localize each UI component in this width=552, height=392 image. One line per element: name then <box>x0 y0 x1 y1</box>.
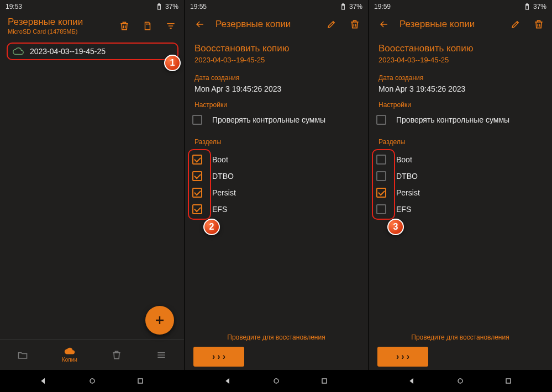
partition-row[interactable]: Persist <box>376 184 542 201</box>
app-header: Резервные копии MicroSD Card (14785МБ) <box>0 13 184 38</box>
verify-label: Проверять контрольные суммы <box>396 115 509 124</box>
back-button[interactable] <box>376 17 392 32</box>
pencil-icon <box>511 19 521 29</box>
home-icon[interactable] <box>88 377 97 385</box>
swipe-restore-button[interactable]: › › › <box>377 347 428 367</box>
home-icon[interactable] <box>272 377 281 385</box>
svg-point-0 <box>90 379 94 383</box>
partition-row[interactable]: Persist <box>192 184 358 201</box>
svg-rect-1 <box>138 379 143 383</box>
back-button[interactable] <box>192 17 208 32</box>
recent-icon[interactable] <box>320 377 329 385</box>
restore-title: Воосстановить копию <box>378 43 542 54</box>
android-navbar <box>185 370 368 392</box>
android-navbar <box>0 370 184 392</box>
trash-icon <box>119 20 130 31</box>
sdcard-icon <box>143 20 153 31</box>
bottom-nav: Копии <box>0 339 184 370</box>
chevron-right-icon: › <box>407 352 409 362</box>
created-value: Mon Apr 3 19:45:26 2023 <box>378 84 542 93</box>
step-badge-2: 2 <box>203 219 220 235</box>
partition-row[interactable]: DTBO <box>376 168 542 184</box>
cloud-icon <box>12 47 24 56</box>
delete-button[interactable] <box>531 17 546 32</box>
screen-restore-all: 19:55 37% Резервные копии Воосстановить … <box>184 0 368 392</box>
partition-label: EFS <box>396 205 411 214</box>
partition-checkbox[interactable] <box>376 171 386 181</box>
partition-row[interactable]: EFS <box>376 201 542 218</box>
chevron-right-icon: › <box>401 352 404 362</box>
status-time: 19:53 <box>6 3 22 10</box>
verify-checkbox[interactable] <box>192 115 202 125</box>
screen-restore-persist: 19:59 37% Резервные копии Воосстановить … <box>368 0 552 392</box>
screen-backup-list: 19:53 37% Резервные копии MicroSD Card (… <box>0 0 184 392</box>
battery-icon <box>339 3 347 10</box>
settings-label: Настройки <box>378 101 542 109</box>
partition-checkbox[interactable] <box>192 188 202 198</box>
folder-icon <box>17 349 28 361</box>
partition-checkbox[interactable] <box>376 188 386 198</box>
partition-checkbox[interactable] <box>192 155 202 165</box>
partition-row[interactable]: DTBO <box>192 168 358 184</box>
recent-icon[interactable] <box>504 377 513 385</box>
partition-label: Boot <box>212 155 228 164</box>
recent-icon[interactable] <box>136 377 145 385</box>
status-bar: 19:59 37% <box>369 0 552 13</box>
cloud-icon <box>64 347 76 356</box>
chevron-right-icon: › <box>217 352 220 362</box>
delete-button[interactable] <box>347 17 362 32</box>
plus-icon <box>153 314 166 327</box>
partition-row[interactable]: EFS <box>192 201 358 218</box>
android-navbar <box>369 370 552 392</box>
swipe-restore-button[interactable]: › › › <box>193 347 244 367</box>
back-icon[interactable] <box>408 377 417 385</box>
app-header: Резервные копии <box>369 13 552 35</box>
back-icon[interactable] <box>39 377 48 385</box>
restore-title: Воосстановить копию <box>194 43 358 54</box>
partition-label: DTBO <box>396 172 418 181</box>
verify-checksums-row[interactable]: Проверять контрольные суммы <box>376 112 542 128</box>
nav-trash[interactable] <box>111 349 122 361</box>
svg-point-2 <box>274 379 278 383</box>
nav-backups-label: Копии <box>62 357 77 363</box>
storage-button[interactable] <box>140 18 155 34</box>
partition-row[interactable]: Boot <box>192 151 358 168</box>
home-icon[interactable] <box>456 377 465 385</box>
filter-button[interactable] <box>163 18 178 34</box>
partition-checkbox[interactable] <box>376 155 386 165</box>
step-badge-3: 3 <box>387 219 404 235</box>
page-title: Резервные копии <box>8 17 109 28</box>
edit-button[interactable] <box>508 17 523 32</box>
status-battery: 37% <box>165 3 178 10</box>
partition-checkbox[interactable] <box>376 204 386 214</box>
battery-icon <box>523 3 531 10</box>
chevron-right-icon: › <box>223 352 225 362</box>
nav-files[interactable] <box>17 349 28 361</box>
partition-list: 2 BootDTBOPersistEFS <box>194 151 358 218</box>
edit-button[interactable] <box>324 17 339 32</box>
pencil-icon <box>327 19 337 29</box>
verify-label: Проверять контрольные суммы <box>212 115 325 124</box>
nav-menu[interactable] <box>156 349 167 361</box>
partition-label: EFS <box>212 205 227 214</box>
page-title: Резервные копии <box>399 19 500 30</box>
partition-label: Persist <box>396 188 420 197</box>
partitions-label: Разделы <box>378 138 542 146</box>
partition-checkbox[interactable] <box>192 171 202 181</box>
page-title: Резервные копии <box>215 19 316 30</box>
back-icon[interactable] <box>224 377 233 385</box>
settings-label: Настройки <box>194 101 358 109</box>
filter-icon <box>165 20 176 31</box>
backup-list-item[interactable]: 2023-04-03--19-45-25 1 <box>7 43 178 60</box>
trash-icon <box>349 19 360 30</box>
nav-backups[interactable]: Копии <box>62 347 77 363</box>
delete-button[interactable] <box>117 18 132 34</box>
partition-row[interactable]: Boot <box>376 151 542 168</box>
add-backup-fab[interactable] <box>145 306 174 335</box>
verify-checksums-row[interactable]: Проверять контрольные суммы <box>192 112 358 128</box>
svg-rect-5 <box>506 379 511 383</box>
status-battery: 37% <box>349 3 362 10</box>
chevron-right-icon: › <box>396 352 399 362</box>
verify-checkbox[interactable] <box>376 115 386 125</box>
partition-checkbox[interactable] <box>192 204 202 214</box>
